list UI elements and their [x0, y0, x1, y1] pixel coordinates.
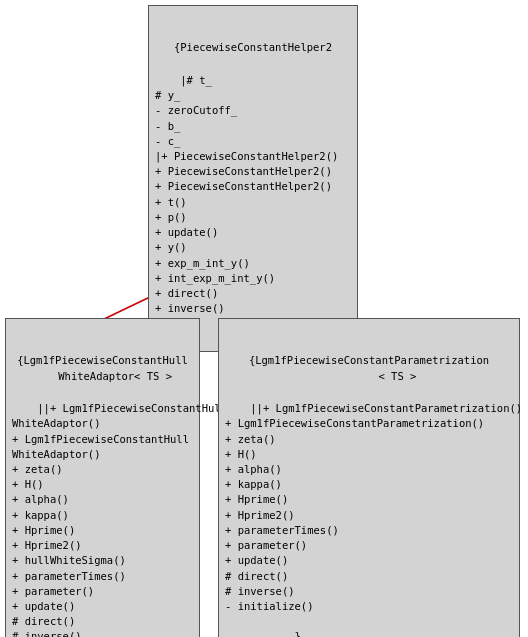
bottom-right-class-box: {Lgm1fPiecewiseConstantParametrization <…: [218, 318, 520, 637]
bottom-left-class-content: ||+ Lgm1fPiecewiseConstantHull WhiteAdap…: [12, 402, 227, 637]
top-class-box: {PiecewiseConstantHelper2 |# t_ # y_ - z…: [148, 5, 358, 352]
bottom-left-class-box: {Lgm1fPiecewiseConstantHull WhiteAdaptor…: [5, 318, 200, 637]
diagram-container: {PiecewiseConstantHelper2 |# t_ # y_ - z…: [0, 0, 528, 637]
bottom-left-class-title: {Lgm1fPiecewiseConstantHull WhiteAdaptor…: [12, 353, 193, 383]
bottom-right-class-content: ||+ Lgm1fPiecewiseConstantParametrizatio…: [225, 402, 522, 637]
bottom-right-class-title: {Lgm1fPiecewiseConstantParametrization <…: [225, 353, 513, 383]
top-class-title: {PiecewiseConstantHelper2: [155, 40, 351, 55]
top-class-content: |# t_ # y_ - zeroCutoff_ - b_ - c_ |+ Pi…: [155, 74, 338, 330]
